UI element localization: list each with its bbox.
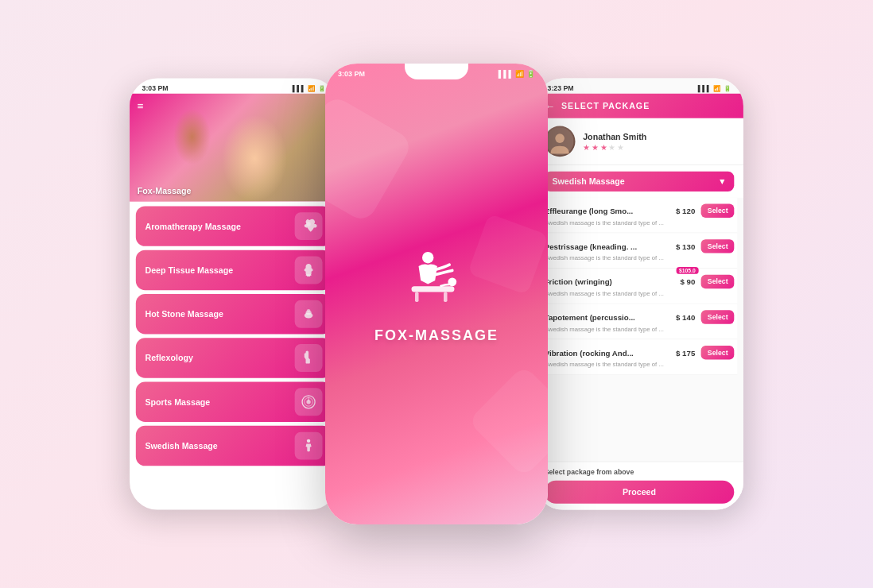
package-item-1: Pestrissage (kneading. ... $ 130 Select … <box>541 233 737 269</box>
decor-poly-1 <box>325 94 414 224</box>
package-name-0: Effleurange (long Smo... <box>545 207 673 215</box>
menu-item-label: Sports Massage <box>145 397 210 407</box>
left-status-icons: ▌▌▌ 📶 🔋 <box>293 85 326 92</box>
select-prompt: Select package from above <box>545 468 735 476</box>
package-item-0: Effleurange (long Smo... $ 120 Select Sw… <box>541 198 737 234</box>
package-price-2: $ 90 <box>680 277 695 286</box>
aromatherapy-icon <box>295 212 323 240</box>
therapist-info: Jonathan Smith ★ ★ ★ ★ ★ <box>583 132 734 151</box>
massage-type-dropdown[interactable]: Swedish Massage ▼ <box>545 172 735 191</box>
right-status-bar: 3:23 PM ▌▌▌ 📶 🔋 <box>535 78 743 93</box>
package-price-0: $ 120 <box>676 207 695 215</box>
select-button-2[interactable]: Select <box>701 275 734 288</box>
package-price-1: $ 130 <box>676 242 695 251</box>
center-status-time: 3:03 PM <box>338 70 365 78</box>
header-title: SELECT PACKAGE <box>561 101 734 110</box>
package-name-3: Tapotement (percussio... <box>545 313 673 322</box>
bottom-bar: Select package from above Proceed <box>535 461 743 509</box>
menu-item-sports[interactable]: Sports Massage <box>136 382 332 422</box>
battery-icon: 🔋 <box>318 85 326 92</box>
svg-point-8 <box>307 439 310 443</box>
right-battery-icon: 🔋 <box>724 85 731 92</box>
right-status-icons: ▌▌▌ 📶 🔋 <box>698 85 731 92</box>
package-item-3: Tapotement (percussio... $ 140 Select Sw… <box>541 304 737 340</box>
decor-poly-2 <box>468 365 548 477</box>
phone-right: 3:23 PM ▌▌▌ 📶 🔋 ← SELECT PACKAGE <box>535 78 743 509</box>
splash-icon <box>401 245 472 316</box>
select-button-0[interactable]: Select <box>701 204 734 218</box>
reflexology-icon <box>295 344 323 372</box>
svg-rect-12 <box>415 292 419 302</box>
signal-icon: ▌▌▌ <box>293 85 306 92</box>
deep-tissue-icon <box>295 256 323 284</box>
menu-item-label: Aromatherapy Massage <box>145 222 240 231</box>
hot-stone-icon <box>295 300 323 328</box>
package-name-1: Pestrissage (kneading. ... <box>545 242 673 251</box>
package-name-2: Friction (wringing) <box>545 277 677 286</box>
menu-item-label: Deep Tissue Massage <box>145 265 233 275</box>
left-status-bar: 3:03 PM ▌▌▌ 📶 🔋 <box>130 78 338 93</box>
svg-point-4 <box>307 309 310 312</box>
sale-badge-2: $105.0 <box>676 267 699 274</box>
package-item-2: $105.0 Friction (wringing) $ 90 Select S… <box>541 269 737 304</box>
phone-center: 3:03 PM ▌▌▌ 📶 🔋 <box>325 64 548 524</box>
phones-container: 3:03 PM ▌▌▌ 📶 🔋 ≡ Fox-Massage Aromathera… <box>95 48 778 540</box>
svg-point-9 <box>422 252 433 263</box>
package-item-4: Vibration (rocking And... $ 175 Select S… <box>541 339 737 375</box>
swedish-icon <box>295 432 323 460</box>
splash-logo-area: FOX-MASSAGE <box>374 245 499 344</box>
hero-label: Fox-Massage <box>138 186 192 195</box>
menu-item-reflexology[interactable]: Reflexology <box>136 338 332 377</box>
right-wifi-icon: 📶 <box>713 85 721 92</box>
menu-item-swedish[interactable]: Swedish Massage <box>136 426 332 466</box>
hamburger-icon[interactable]: ≡ <box>138 100 144 113</box>
menu-item-hot-stone[interactable]: Hot Stone Massage <box>136 294 332 334</box>
menu-item-deep-tissue[interactable]: Deep Tissue Massage <box>136 250 332 290</box>
center-battery-icon: ▌▌▌ 📶 🔋 <box>499 70 535 78</box>
left-status-time: 3:03 PM <box>142 84 169 92</box>
package-desc-4: Swedish massage is the standard type of … <box>545 361 735 368</box>
splash-title: FOX-MASSAGE <box>374 327 499 344</box>
menu-list: Aromatherapy Massage Deep Tissue Massage… <box>130 202 338 510</box>
menu-item-label: Hot Stone Massage <box>145 309 223 319</box>
menu-item-aromatherapy[interactable]: Aromatherapy Massage <box>136 206 332 246</box>
therapist-name: Jonathan Smith <box>583 132 734 141</box>
package-price-4: $ 175 <box>676 348 695 357</box>
package-name-4: Vibration (rocking And... <box>545 348 673 357</box>
sports-icon <box>295 388 323 416</box>
star-2: ★ <box>592 142 599 151</box>
star-rating: ★ ★ ★ ★ ★ <box>583 142 734 151</box>
svg-rect-13 <box>444 292 448 302</box>
select-button-3[interactable]: Select <box>701 310 734 323</box>
package-desc-2: Swedish massage is the standard type of … <box>545 290 735 297</box>
proceed-button[interactable]: Proceed <box>545 481 735 504</box>
package-desc-0: Swedish massage is the standard type of … <box>545 219 735 226</box>
package-desc-1: Swedish massage is the standard type of … <box>545 255 735 262</box>
svg-point-15 <box>555 133 565 143</box>
menu-item-label: Reflexology <box>145 354 192 363</box>
package-price-3: $ 140 <box>676 313 695 322</box>
star-3: ★ <box>600 142 607 151</box>
svg-rect-1 <box>306 274 312 276</box>
therapist-row: Jonathan Smith ★ ★ ★ ★ ★ <box>535 118 743 165</box>
wifi-icon: 📶 <box>308 85 316 92</box>
hero-image: ≡ Fox-Massage <box>130 94 338 202</box>
right-header: ← SELECT PACKAGE <box>535 94 743 118</box>
select-button-1[interactable]: Select <box>701 239 734 253</box>
star-1: ★ <box>583 142 590 151</box>
dropdown-row: Swedish Massage ▼ <box>535 165 743 198</box>
select-button-4[interactable]: Select <box>701 346 734 359</box>
dropdown-arrow-icon: ▼ <box>718 177 727 187</box>
center-status-icons: ▌▌▌ 📶 🔋 <box>499 70 535 78</box>
right-status-time: 3:23 PM <box>548 84 574 92</box>
star-4: ★ <box>608 142 615 151</box>
dropdown-label: Swedish Massage <box>552 177 624 187</box>
therapist-avatar <box>545 126 576 157</box>
notch <box>405 64 468 79</box>
svg-point-0 <box>306 222 310 226</box>
phone-left: 3:03 PM ▌▌▌ 📶 🔋 ≡ Fox-Massage Aromathera… <box>130 78 338 509</box>
packages-list: Effleurange (long Smo... $ 120 Select Sw… <box>535 198 743 462</box>
right-signal-icon: ▌▌▌ <box>698 85 712 92</box>
package-desc-3: Swedish massage is the standard type of … <box>545 326 735 333</box>
svg-rect-10 <box>411 286 454 292</box>
